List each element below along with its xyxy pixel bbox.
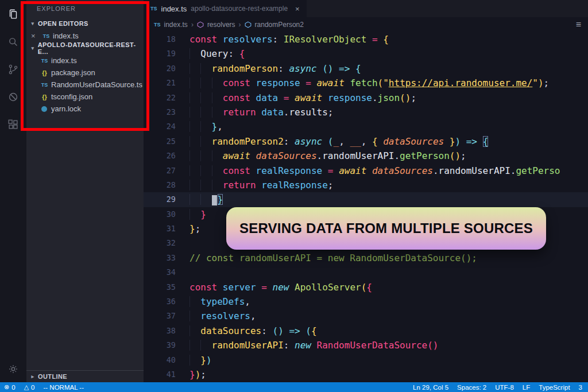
tab-bar: TS index.ts apollo-datasource-rest-examp… (144, 0, 588, 17)
code-line-content: randomPerson: async () => { (189, 61, 588, 76)
open-editor-item[interactable]: ×TSindex.ts (26, 30, 144, 42)
close-icon[interactable]: × (295, 5, 300, 13)
code-line[interactable]: 41}); (144, 367, 588, 382)
line-number: 24 (144, 119, 189, 134)
code-line[interactable]: 33// const randomUserAPI = new RandomUse… (144, 251, 588, 265)
line-number: 40 (144, 353, 189, 367)
tab-index-ts[interactable]: TS index.ts apollo-datasource-rest-examp… (144, 0, 307, 17)
code-line[interactable]: 27 const realResponse = await dataSource… (144, 164, 588, 178)
code-line[interactable]: 26 await dataSources.randomUserAPI.getPe… (144, 149, 588, 163)
eol[interactable]: LF (523, 384, 530, 391)
code-line[interactable]: 36 typeDefs, (144, 294, 588, 309)
file-item[interactable]: TSRandomUserDataSource.ts (26, 79, 144, 91)
language-mode[interactable]: TypeScript (539, 384, 570, 391)
encoding[interactable]: UTF-8 (495, 384, 514, 391)
code-line-content: const data = await response.json(); (189, 91, 588, 105)
code-line-content: // const randomUserAPI = new RandomUserD… (189, 251, 588, 265)
settings-gear-icon[interactable] (6, 362, 21, 377)
line-number: 38 (144, 324, 189, 338)
chevron-right-icon: ▸ (30, 374, 36, 379)
chevron-down-icon: ▾ (30, 21, 36, 26)
warning-count[interactable]: △0 (24, 383, 35, 391)
code-line-content: const server = new ApolloServer({ (189, 280, 588, 294)
indentation[interactable]: Spaces: 2 (457, 384, 486, 391)
debug-disabled-icon[interactable] (6, 90, 21, 104)
line-number: 41 (144, 367, 189, 382)
code-line[interactable]: 20 randomPerson: async () => { (144, 61, 588, 76)
line-number: 30 (144, 207, 189, 222)
code-line[interactable]: 22 const data = await response.json(); (144, 91, 588, 105)
code-line[interactable]: 28 return realResponse; (144, 178, 588, 192)
vim-mode[interactable]: -- NORMAL -- (44, 384, 84, 391)
line-number: 35 (144, 280, 189, 294)
code-line-content: }); (189, 367, 588, 382)
open-editors-header[interactable]: ▾ OPEN EDITORS (26, 17, 144, 30)
line-number: 39 (144, 338, 189, 352)
breadcrumb-item[interactable]: index.ts (164, 21, 188, 29)
line-number: 29 (144, 192, 189, 207)
cursor-position[interactable]: Ln 29, Col 5 (413, 384, 448, 391)
error-icon: ⊗ (4, 383, 9, 391)
code-line[interactable]: 35const server = new ApolloServer({ (144, 280, 588, 294)
code-line[interactable]: 34 (144, 265, 588, 280)
folder-header[interactable]: ▾ APOLLO-DATASOURCE-REST-E... (26, 42, 144, 55)
open-editor-label: index.ts (53, 32, 79, 40)
code-line[interactable]: 39 randomUserAPI: new RandomUserDataSour… (144, 338, 588, 352)
close-editor-icon[interactable]: × (31, 32, 40, 40)
line-number: 27 (144, 164, 189, 178)
file-label: RandomUserDataSource.ts (51, 80, 142, 89)
chevron-down-icon: ▾ (30, 45, 36, 51)
json-file-icon: {} (39, 69, 50, 76)
code-line-content: return data.results; (189, 105, 588, 119)
file-item[interactable]: {}package.json (26, 67, 144, 79)
line-number: 31 (144, 222, 189, 236)
language-mode-label: TypeScript (539, 384, 570, 391)
code-line[interactable]: 37 resolvers, (144, 309, 588, 323)
indentation-label: Spaces: 2 (457, 384, 486, 391)
error-count-label: 0 (11, 384, 15, 391)
yarn-file-icon (41, 106, 47, 112)
vscode-window: EXPLORER ▾ OPEN EDITORS ×TSindex.ts ▾ AP… (0, 0, 588, 392)
search-icon[interactable] (6, 34, 21, 49)
ts-badge-icon: TS (154, 22, 161, 28)
editor-group: TS index.ts apollo-datasource-rest-examp… (144, 0, 588, 382)
code-line[interactable]: 40 }) (144, 353, 588, 367)
line-number: 20 (144, 61, 189, 76)
extensions-icon[interactable] (6, 117, 21, 132)
code-line[interactable]: 21 const response = await fetch("https:/… (144, 76, 588, 90)
error-count[interactable]: ⊗0 (4, 383, 16, 391)
code-line[interactable]: 23 return data.results; (144, 105, 588, 119)
code-line[interactable]: 38 dataSources: () => ({ (144, 324, 588, 338)
file-item[interactable]: {}tsconfig.json (26, 91, 144, 103)
notification-count-label: 3 (579, 384, 582, 391)
breadcrumb-item[interactable]: resolvers (207, 21, 235, 29)
code-line[interactable]: 18const resolvers: IResolverObject = { (144, 32, 588, 46)
line-number: 34 (144, 265, 189, 280)
breadcrumb-item[interactable]: randomPerson2 (255, 21, 304, 29)
notification-count[interactable]: 3 (579, 384, 582, 391)
warning-count-label: 0 (31, 384, 34, 391)
code-line-content: return realResponse; (189, 178, 588, 192)
code-line-content: const resolvers: IResolverObject = { (189, 32, 588, 46)
code-line-content: dataSources: () => ({ (189, 324, 588, 338)
file-label: yarn.lock (51, 104, 81, 113)
code-line[interactable]: 24 }, (144, 119, 588, 134)
code-line[interactable]: 25 randomPerson2: async (_, __, { dataSo… (144, 134, 588, 149)
editor-actions-menu-icon[interactable]: ≡ (576, 17, 581, 32)
outline-section[interactable]: ▸ OUTLINE (26, 370, 144, 382)
file-item[interactable]: TSindex.ts (26, 55, 144, 67)
symbol-icon (197, 21, 204, 28)
files-icon[interactable] (6, 7, 21, 22)
code-line[interactable]: 29 } (144, 192, 588, 207)
status-left: ⊗0△0-- NORMAL -- (4, 383, 84, 391)
file-item[interactable]: yarn.lock (26, 103, 144, 115)
line-number: 28 (144, 178, 189, 192)
ts-badge-icon: TS (150, 6, 157, 11)
warning-icon: △ (24, 383, 29, 391)
code-line-content: Query: { (189, 46, 588, 61)
ts-file-icon: TS (39, 82, 50, 88)
code-line-content: }, (189, 119, 588, 134)
source-control-icon[interactable] (6, 62, 21, 77)
code-line[interactable]: 19 Query: { (144, 46, 588, 61)
banner: SERVING DATA FROM MULTIPLE SOURCES (226, 207, 546, 250)
